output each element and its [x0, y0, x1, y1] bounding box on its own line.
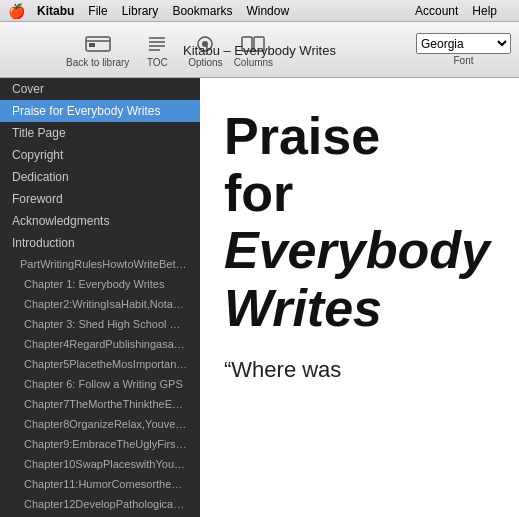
svg-point-8	[202, 41, 208, 47]
columns-button[interactable]: Columns	[233, 32, 273, 68]
sidebar-item[interactable]: Chapter10SwapPlaceswithYourReader	[0, 454, 200, 474]
menu-account[interactable]: Account	[415, 4, 458, 18]
sidebar-item[interactable]: Chapter 1: Everybody Writes	[0, 274, 200, 294]
menu-help[interactable]: Help	[472, 4, 497, 18]
options-icon	[190, 32, 220, 56]
back-to-library-button[interactable]: Back to library	[66, 32, 129, 68]
toc-icon	[142, 32, 172, 56]
sidebar-item[interactable]: Chapter2:WritingIsaHabit,NotanArt	[0, 294, 200, 314]
svg-rect-9	[242, 37, 252, 51]
menu-file[interactable]: File	[88, 4, 107, 18]
menu-bookmarks[interactable]: Bookmarks	[172, 4, 232, 18]
sidebar-item[interactable]: Chapter7TheMortheThinktheEasieth...	[0, 394, 200, 414]
toc-button[interactable]: TOC	[137, 32, 177, 68]
sidebar-item[interactable]: PartWritingRulesHowtoWriteBetter(andH...	[0, 254, 200, 274]
columns-icon	[238, 32, 268, 56]
back-icon	[83, 32, 113, 56]
font-dropdown[interactable]: Georgia	[416, 33, 511, 54]
sidebar-item[interactable]: Chapter 6: Follow a Writing GPS	[0, 374, 200, 394]
sidebar-item[interactable]: Introduction	[0, 232, 200, 254]
sidebar-item[interactable]: Cover	[0, 78, 200, 100]
options-button[interactable]: Options	[185, 32, 225, 68]
toc-button-label: TOC	[147, 57, 168, 68]
font-label: Font	[453, 55, 473, 66]
svg-rect-2	[89, 43, 95, 47]
reader-area: Praise for Everybody Writes “Where was	[200, 78, 519, 517]
menubar: 🍎 Kitabu File Library Bookmarks Window A…	[0, 0, 519, 22]
reader-content: Praise for Everybody Writes “Where was	[224, 108, 495, 383]
options-button-label: Options	[188, 57, 222, 68]
sidebar-item[interactable]: Chapter12DevelopPathologicaEmpa...	[0, 494, 200, 514]
quote-text: “Where was	[224, 357, 495, 383]
sidebar-item[interactable]: Chapter5PlacetheMosImportantWord...	[0, 354, 200, 374]
menu-library[interactable]: Library	[122, 4, 159, 18]
sidebar-item[interactable]: Praise for Everybody Writes	[0, 100, 200, 122]
sidebar-item[interactable]: Acknowledgments	[0, 210, 200, 232]
apple-menu[interactable]: 🍎	[8, 3, 25, 19]
sidebar-item[interactable]: Foreword	[0, 188, 200, 210]
columns-button-label: Columns	[234, 57, 273, 68]
menu-window[interactable]: Window	[246, 4, 289, 18]
sidebar-item[interactable]: Title Page	[0, 122, 200, 144]
font-selector[interactable]: Georgia Font	[416, 33, 511, 66]
sidebar-item[interactable]: Chapter4RegardPublishingasaPrivilege	[0, 334, 200, 354]
toolbar: Back to library TOC Options	[0, 22, 519, 78]
menu-kitabu[interactable]: Kitabu	[37, 4, 74, 18]
sidebar-item[interactable]: Chapter11:HumorComesortheRewrite	[0, 474, 200, 494]
back-button-label: Back to library	[66, 57, 129, 68]
svg-rect-10	[254, 37, 264, 51]
sidebar-item[interactable]: Chapter8OrganizeRelax,YouveGotThis	[0, 414, 200, 434]
praise-heading: Praise for Everybody Writes	[224, 108, 495, 337]
sidebar-item[interactable]: Copyright	[0, 144, 200, 166]
sidebar: CoverPraise for Everybody WritesTitle Pa…	[0, 78, 200, 517]
sidebar-item[interactable]: Dedication	[0, 166, 200, 188]
sidebar-item[interactable]: Chapter 3: Shed High School Rules	[0, 314, 200, 334]
sidebar-item[interactable]: Chapter9:EmbraceTheUglyFirstDraft	[0, 434, 200, 454]
